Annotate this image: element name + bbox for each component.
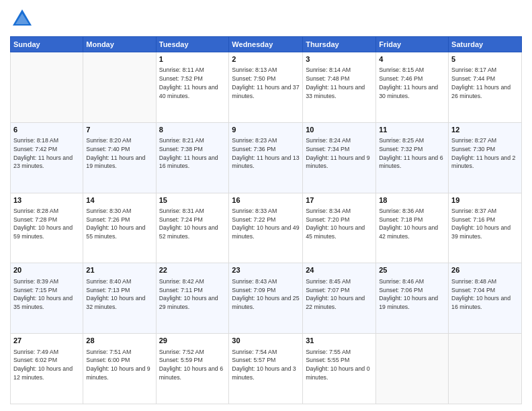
header [10, 7, 522, 31]
day-number: 8 [159, 125, 226, 135]
calendar-cell: 30Sunrise: 7:54 AM Sunset: 5:57 PM Dayli… [229, 334, 303, 404]
calendar-cell: 29Sunrise: 7:52 AM Sunset: 5:59 PM Dayli… [156, 334, 229, 404]
day-number: 10 [306, 125, 373, 135]
calendar-cell: 22Sunrise: 8:42 AM Sunset: 7:11 PM Dayli… [156, 263, 229, 334]
day-number: 25 [379, 265, 445, 275]
calendar-cell: 13Sunrise: 8:28 AM Sunset: 7:28 PM Dayli… [11, 193, 83, 263]
day-info: Sunrise: 8:42 AM Sunset: 7:11 PM Dayligh… [159, 277, 226, 312]
calendar-week-row: 6Sunrise: 8:18 AM Sunset: 7:42 PM Daylig… [11, 122, 522, 193]
day-info: Sunrise: 8:21 AM Sunset: 7:38 PM Dayligh… [159, 136, 226, 171]
calendar-cell: 6Sunrise: 8:18 AM Sunset: 7:42 PM Daylig… [11, 122, 83, 193]
day-number: 24 [306, 265, 373, 275]
calendar-cell: 7Sunrise: 8:20 AM Sunset: 7:40 PM Daylig… [83, 122, 156, 193]
day-info: Sunrise: 8:13 AM Sunset: 7:50 PM Dayligh… [232, 66, 300, 100]
day-number: 7 [86, 125, 152, 135]
day-number: 6 [13, 125, 80, 135]
day-info: Sunrise: 8:36 AM Sunset: 7:18 PM Dayligh… [379, 207, 445, 241]
calendar-cell: 31Sunrise: 7:55 AM Sunset: 5:55 PM Dayli… [303, 334, 376, 404]
calendar-header-monday: Monday [83, 37, 156, 52]
day-number: 13 [13, 195, 80, 205]
day-info: Sunrise: 8:18 AM Sunset: 7:42 PM Dayligh… [13, 136, 80, 171]
logo-icon [10, 7, 34, 31]
day-info: Sunrise: 8:20 AM Sunset: 7:40 PM Dayligh… [86, 136, 152, 171]
day-info: Sunrise: 8:46 AM Sunset: 7:06 PM Dayligh… [379, 277, 445, 312]
day-info: Sunrise: 8:43 AM Sunset: 7:09 PM Dayligh… [232, 277, 300, 312]
calendar-week-row: 13Sunrise: 8:28 AM Sunset: 7:28 PM Dayli… [11, 193, 522, 263]
day-info: Sunrise: 8:30 AM Sunset: 7:26 PM Dayligh… [86, 207, 152, 241]
day-info: Sunrise: 8:14 AM Sunset: 7:48 PM Dayligh… [306, 66, 373, 100]
calendar-cell: 11Sunrise: 8:25 AM Sunset: 7:32 PM Dayli… [376, 122, 449, 193]
day-number: 22 [159, 265, 226, 275]
day-number: 5 [451, 54, 519, 64]
calendar-cell: 16Sunrise: 8:33 AM Sunset: 7:22 PM Dayli… [229, 193, 303, 263]
calendar-cell: 1Sunrise: 8:11 AM Sunset: 7:52 PM Daylig… [156, 52, 229, 123]
calendar-cell: 14Sunrise: 8:30 AM Sunset: 7:26 PM Dayli… [83, 193, 156, 263]
day-number: 31 [306, 336, 373, 346]
day-number: 29 [159, 336, 226, 346]
day-info: Sunrise: 8:27 AM Sunset: 7:30 PM Dayligh… [451, 136, 519, 171]
calendar-cell: 21Sunrise: 8:40 AM Sunset: 7:13 PM Dayli… [83, 263, 156, 334]
day-info: Sunrise: 7:55 AM Sunset: 5:55 PM Dayligh… [306, 348, 373, 382]
day-info: Sunrise: 8:24 AM Sunset: 7:34 PM Dayligh… [306, 136, 373, 171]
day-number: 28 [86, 336, 152, 346]
calendar-cell: 3Sunrise: 8:14 AM Sunset: 7:48 PM Daylig… [303, 52, 376, 123]
day-info: Sunrise: 8:17 AM Sunset: 7:44 PM Dayligh… [451, 66, 519, 100]
calendar-cell: 5Sunrise: 8:17 AM Sunset: 7:44 PM Daylig… [449, 52, 522, 123]
calendar-header-thursday: Thursday [303, 37, 376, 52]
day-info: Sunrise: 8:33 AM Sunset: 7:22 PM Dayligh… [232, 207, 300, 241]
day-info: Sunrise: 8:39 AM Sunset: 7:15 PM Dayligh… [13, 277, 80, 312]
calendar-header-saturday: Saturday [449, 37, 522, 52]
day-info: Sunrise: 8:45 AM Sunset: 7:07 PM Dayligh… [306, 277, 373, 312]
calendar-week-row: 27Sunrise: 7:49 AM Sunset: 6:02 PM Dayli… [11, 334, 522, 404]
day-info: Sunrise: 8:34 AM Sunset: 7:20 PM Dayligh… [306, 207, 373, 241]
calendar-header-row: SundayMondayTuesdayWednesdayThursdayFrid… [11, 37, 522, 52]
calendar-header-sunday: Sunday [11, 37, 83, 52]
day-info: Sunrise: 8:37 AM Sunset: 7:16 PM Dayligh… [451, 207, 519, 241]
day-info: Sunrise: 8:23 AM Sunset: 7:36 PM Dayligh… [232, 136, 300, 171]
day-number: 4 [379, 54, 445, 64]
calendar-week-row: 20Sunrise: 8:39 AM Sunset: 7:15 PM Dayli… [11, 263, 522, 334]
day-number: 30 [232, 336, 300, 346]
calendar-cell [376, 334, 449, 404]
calendar-cell: 9Sunrise: 8:23 AM Sunset: 7:36 PM Daylig… [229, 122, 303, 193]
day-info: Sunrise: 8:31 AM Sunset: 7:24 PM Dayligh… [159, 207, 226, 241]
calendar-table: SundayMondayTuesdayWednesdayThursdayFrid… [10, 36, 522, 404]
day-number: 12 [451, 125, 519, 135]
calendar-cell [83, 52, 156, 123]
calendar-cell: 26Sunrise: 8:48 AM Sunset: 7:04 PM Dayli… [449, 263, 522, 334]
calendar-cell: 8Sunrise: 8:21 AM Sunset: 7:38 PM Daylig… [156, 122, 229, 193]
day-number: 15 [159, 195, 226, 205]
calendar-cell [11, 52, 83, 123]
day-info: Sunrise: 7:49 AM Sunset: 6:02 PM Dayligh… [13, 348, 80, 382]
calendar-cell: 15Sunrise: 8:31 AM Sunset: 7:24 PM Dayli… [156, 193, 229, 263]
day-number: 23 [232, 265, 300, 275]
day-number: 9 [232, 125, 300, 135]
day-number: 21 [86, 265, 152, 275]
day-number: 3 [306, 54, 373, 64]
calendar-cell: 28Sunrise: 7:51 AM Sunset: 6:00 PM Dayli… [83, 334, 156, 404]
day-number: 19 [451, 195, 519, 205]
calendar-cell: 19Sunrise: 8:37 AM Sunset: 7:16 PM Dayli… [449, 193, 522, 263]
day-info: Sunrise: 8:40 AM Sunset: 7:13 PM Dayligh… [86, 277, 152, 312]
calendar-cell: 12Sunrise: 8:27 AM Sunset: 7:30 PM Dayli… [449, 122, 522, 193]
day-number: 2 [232, 54, 300, 64]
day-info: Sunrise: 8:48 AM Sunset: 7:04 PM Dayligh… [451, 277, 519, 312]
day-info: Sunrise: 7:51 AM Sunset: 6:00 PM Dayligh… [86, 348, 152, 382]
calendar-cell [449, 334, 522, 404]
calendar-cell: 23Sunrise: 8:43 AM Sunset: 7:09 PM Dayli… [229, 263, 303, 334]
calendar-cell: 24Sunrise: 8:45 AM Sunset: 7:07 PM Dayli… [303, 263, 376, 334]
calendar-cell: 27Sunrise: 7:49 AM Sunset: 6:02 PM Dayli… [11, 334, 83, 404]
day-number: 18 [379, 195, 445, 205]
day-info: Sunrise: 8:25 AM Sunset: 7:32 PM Dayligh… [379, 136, 445, 171]
day-number: 26 [451, 265, 519, 275]
day-number: 16 [232, 195, 300, 205]
page: SundayMondayTuesdayWednesdayThursdayFrid… [0, 0, 532, 411]
day-number: 14 [86, 195, 152, 205]
calendar-cell: 10Sunrise: 8:24 AM Sunset: 7:34 PM Dayli… [303, 122, 376, 193]
calendar-cell: 18Sunrise: 8:36 AM Sunset: 7:18 PM Dayli… [376, 193, 449, 263]
calendar-cell: 20Sunrise: 8:39 AM Sunset: 7:15 PM Dayli… [11, 263, 83, 334]
calendar-cell: 4Sunrise: 8:15 AM Sunset: 7:46 PM Daylig… [376, 52, 449, 123]
logo [10, 7, 37, 31]
day-info: Sunrise: 8:15 AM Sunset: 7:46 PM Dayligh… [379, 66, 445, 100]
day-number: 17 [306, 195, 373, 205]
